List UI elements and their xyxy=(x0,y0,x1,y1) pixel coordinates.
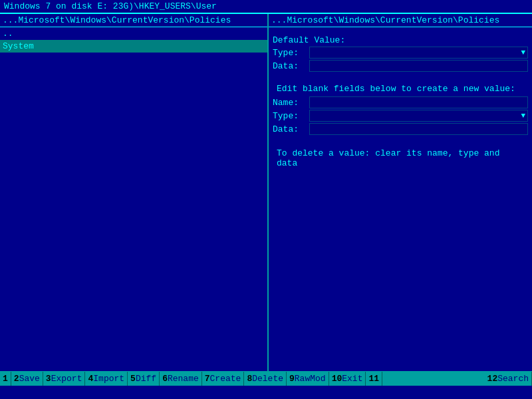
status-item-12[interactable]: 12Search xyxy=(485,372,532,386)
status-item-8[interactable]: 8Delete xyxy=(244,372,287,386)
status-label-3: Export xyxy=(51,374,82,384)
status-item-5[interactable]: 5Diff xyxy=(128,372,160,386)
status-item-9[interactable]: 9RawMod xyxy=(287,372,329,386)
status-num-12: 12 xyxy=(487,374,498,384)
status-label-2: Save xyxy=(19,374,40,384)
status-label-9: RawMod xyxy=(295,374,326,384)
status-label-10: Exit xyxy=(342,374,362,384)
type-input-2[interactable] xyxy=(310,110,519,121)
left-path: ...Microsoft\Windows\CurrentVersion\Poli… xyxy=(0,14,267,27)
status-num-4: 4 xyxy=(88,374,93,384)
left-dotdot[interactable]: .. xyxy=(0,27,267,40)
status-item-4[interactable]: 4Import xyxy=(85,372,128,386)
title-text: Windows 7 on disk E: 23G)\HKEY_USERS\Use… xyxy=(4,1,217,11)
status-item-3[interactable]: 3Export xyxy=(43,372,86,386)
status-num-3: 3 xyxy=(46,374,51,384)
left-item-system[interactable]: System xyxy=(0,40,267,53)
type-input-1[interactable] xyxy=(310,47,519,58)
status-label-7: Create xyxy=(210,374,241,384)
type-dropdown-arrow-2[interactable]: ▼ xyxy=(519,112,527,120)
status-num-7: 7 xyxy=(205,374,210,384)
right-path: ...Microsoft\Windows\CurrentVersion\Poli… xyxy=(269,14,532,27)
status-num-9: 9 xyxy=(289,374,295,384)
status-num-6: 6 xyxy=(162,374,168,384)
status-num-2: 2 xyxy=(14,374,19,384)
data-label-1: Data: xyxy=(273,61,309,71)
title-bar: Windows 7 on disk E: 23G)\HKEY_USERS\Use… xyxy=(0,0,532,13)
data-row-2: Data: xyxy=(273,123,528,135)
right-content: Default Value: Type: ▼ Data: Edit blank … xyxy=(269,27,532,174)
status-spacer xyxy=(382,372,485,386)
type-dropdown-1[interactable]: ▼ xyxy=(309,47,528,59)
status-item-2[interactable]: 2Save xyxy=(11,372,43,386)
left-panel: ...Microsoft\Windows\CurrentVersion\Poli… xyxy=(0,14,269,371)
data-input-2[interactable] xyxy=(309,123,528,135)
right-panel: ...Microsoft\Windows\CurrentVersion\Poli… xyxy=(269,14,532,371)
status-label-12: Search xyxy=(497,374,529,384)
status-num-1: 1 xyxy=(3,374,8,384)
type-label-1: Type: xyxy=(273,48,309,58)
status-item-6[interactable]: 6Rename xyxy=(160,372,202,386)
delete-hint: To delete a value: clear its name, type … xyxy=(273,146,528,171)
status-label-4: Import xyxy=(93,374,124,384)
status-num-8: 8 xyxy=(247,374,252,384)
data-input-1[interactable] xyxy=(309,60,528,72)
type-label-2: Type: xyxy=(273,111,309,121)
status-label-6: Rename xyxy=(168,374,199,384)
main-container: ...Microsoft\Windows\CurrentVersion\Poli… xyxy=(0,13,532,371)
status-item-7[interactable]: 7Create xyxy=(202,372,245,386)
status-num-5: 5 xyxy=(130,374,136,384)
status-label-5: Diff xyxy=(136,374,156,384)
default-value-label-row: Default Value: xyxy=(273,35,528,45)
status-num-11: 11 xyxy=(368,374,379,384)
type-row-1: Type: ▼ xyxy=(273,47,528,59)
edit-instruction: Edit blank fields below to create a new … xyxy=(273,84,528,94)
name-label: Name: xyxy=(273,98,309,108)
status-item-11[interactable]: 11 xyxy=(366,372,382,386)
data-label-2: Data: xyxy=(273,124,309,134)
default-value-label: Default Value: xyxy=(273,35,345,45)
name-row: Name: xyxy=(273,96,528,108)
data-row-1: Data: xyxy=(273,60,528,72)
type-dropdown-arrow-1[interactable]: ▼ xyxy=(519,49,527,57)
status-bar: 1 2Save 3Export 4Import 5Diff 6Rename 7C… xyxy=(0,371,532,386)
status-item-10[interactable]: 10Exit xyxy=(329,372,366,386)
type-dropdown-2[interactable]: ▼ xyxy=(309,110,528,122)
status-label-8: Delete xyxy=(252,374,283,384)
name-input[interactable] xyxy=(309,96,528,108)
type-row-2: Type: ▼ xyxy=(273,110,528,122)
status-num-10: 10 xyxy=(332,374,342,384)
status-item-1[interactable]: 1 xyxy=(0,372,11,386)
